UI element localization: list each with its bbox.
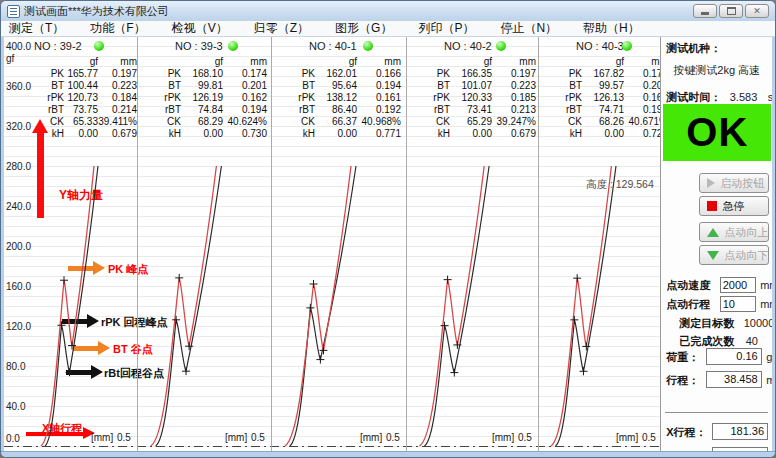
app-icon: [7, 5, 20, 18]
y-stroke-field[interactable]: [712, 447, 768, 451]
mm-value: 0.771: [376, 128, 401, 140]
row-label: kH: [52, 128, 64, 140]
row-label: kH: [570, 128, 582, 140]
gf-value: 0.00: [338, 128, 357, 140]
play-icon: [707, 178, 715, 188]
row-label: PK: [569, 68, 582, 80]
measurement-table: gfmmPK162.010.166BT95.640.194rPK138.120.…: [277, 56, 401, 140]
gf-value: 168.10: [192, 68, 223, 80]
row-label: CK: [301, 116, 315, 128]
chart-panel-NO40-2: NO : 40-2gfmmPK166.350.197BT101.070.223r…: [406, 37, 538, 451]
mm-value: 39.411%: [98, 116, 137, 128]
mm-value: 0.679: [112, 128, 137, 140]
start-button[interactable]: 启动按钮: [699, 173, 769, 193]
button-label: 点动向下: [724, 248, 768, 263]
gf-value: 165.77: [67, 68, 98, 80]
menu-item-0[interactable]: 测定（T）: [9, 20, 64, 37]
maximize-button[interactable]: [719, 4, 743, 18]
test-time-label: 测试时间：: [666, 91, 721, 103]
sidebar-divider: [665, 412, 768, 413]
stroke-row: 行程： 38.458 mm: [666, 370, 772, 388]
mm-value: 39.247%: [497, 116, 536, 128]
mm-value: 0.192: [643, 104, 660, 116]
col-header-mm: mm: [384, 56, 401, 68]
measurement-table: gfmmPK168.100.174BT99.810.201rPK126.190.…: [143, 56, 267, 140]
test-time-value: 3.583: [730, 91, 758, 103]
status-ok-dot: [496, 41, 506, 51]
gf-value: 68.26: [599, 116, 624, 128]
gf-value: 138.12: [326, 92, 357, 104]
load-field[interactable]: 0.16: [706, 348, 762, 365]
row-label: rBT: [566, 104, 582, 116]
x-axis-unit: [mm]: [492, 432, 514, 443]
mm-value: 40.671%: [629, 116, 661, 128]
x-axis-max-tick: 0.5: [117, 432, 131, 443]
x-axis-max-tick: 0.5: [386, 432, 400, 443]
minimize-button[interactable]: [693, 4, 717, 18]
gf-value: 99.57: [599, 80, 624, 92]
jog-speed-input[interactable]: 2000: [720, 277, 756, 293]
jog-stroke-input[interactable]: 10: [720, 296, 756, 312]
gf-value: 166.35: [461, 68, 492, 80]
result-text: OK: [686, 110, 748, 155]
menu-item-1[interactable]: 功能（F）: [90, 20, 145, 37]
menu-item-2[interactable]: 检视（V）: [172, 20, 228, 37]
x-axis-max-tick: 0.5: [251, 432, 265, 443]
window-title: 测试画面***华为技术有限公司: [24, 4, 169, 19]
row-label: BT: [569, 80, 582, 92]
button-label: 启动按钮: [720, 176, 764, 191]
gf-value: 73.75: [73, 104, 98, 116]
measurement-table: gfmmPK166.350.197BT101.070.223rPK120.330…: [412, 56, 536, 140]
row-label: kH: [438, 128, 450, 140]
window-bottom-frame: [1, 451, 775, 458]
status-ok-dot: [622, 41, 632, 51]
row-label: kH: [303, 128, 315, 140]
emergency-stop-button[interactable]: 急停: [699, 196, 769, 216]
measurement-table: gfmmPK165.770.197BT100.440.223rPK120.730…: [36, 56, 137, 140]
load-unit: gf: [766, 351, 772, 363]
jog-down-button[interactable]: 点动向下: [699, 245, 769, 265]
button-label: 点动向上: [724, 225, 768, 240]
row-label: PK: [302, 68, 315, 80]
gf-value: 99.81: [198, 80, 223, 92]
menu-item-4[interactable]: 图形（G）: [335, 20, 392, 37]
x-stroke-field[interactable]: 181.36: [712, 423, 768, 440]
x-axis-max-tick: 0.5: [518, 432, 532, 443]
close-button[interactable]: ✕: [745, 4, 769, 18]
y-stroke-label: Y行程：: [666, 450, 706, 451]
measurement-table: gfmmPK167.820.173BT99.570.201rPK126.130.…: [544, 56, 660, 140]
stroke-field[interactable]: 38.458: [706, 371, 762, 388]
row-label: BT: [437, 80, 450, 92]
row-label: rBT: [299, 104, 315, 116]
menu-item-7[interactable]: 帮助（H）: [583, 20, 640, 37]
row-label: CK: [436, 116, 450, 128]
mm-value: 0.730: [242, 128, 267, 140]
col-header-gf: gf: [215, 56, 223, 68]
gf-value: 68.29: [198, 116, 223, 128]
close-icon: ✕: [753, 7, 761, 16]
panel-number-label: NO : 40-2: [444, 40, 492, 52]
menu-item-3[interactable]: 归零（Z）: [254, 20, 309, 37]
app-window: 测试画面***华为技术有限公司 ✕ 测定（T）功能（F）检视（V）归零（Z）图形…: [0, 0, 776, 458]
menu-item-5[interactable]: 列印（P）: [418, 20, 474, 37]
button-label: 急停: [722, 199, 744, 214]
gf-value: 167.82: [593, 68, 624, 80]
row-label: BT: [51, 80, 64, 92]
jog-up-button[interactable]: 点动向上: [699, 222, 769, 242]
x-axis-unit: [mm]: [616, 432, 638, 443]
load-label: 荷重：: [666, 351, 699, 363]
col-header-mm: mm: [120, 56, 137, 68]
result-indicator: OK: [663, 104, 771, 161]
row-label: rPK: [164, 92, 181, 104]
mm-value: 0.194: [376, 80, 401, 92]
stop-icon: [707, 201, 717, 211]
target-count-row: 测定目标数 100000: [679, 313, 772, 331]
title-bar[interactable]: 测试画面***华为技术有限公司 ✕: [1, 1, 775, 21]
row-label: rBT: [434, 104, 450, 116]
mm-value: 0.197: [511, 68, 536, 80]
gf-value: 0.00: [204, 128, 223, 140]
mm-value: 0.214: [112, 104, 137, 116]
menu-bar: 测定（T）功能（F）检视（V）归零（Z）图形（G）列印（P）停止（N）帮助（H）: [1, 21, 775, 37]
row-label: PK: [168, 68, 181, 80]
menu-item-6[interactable]: 停止（N）: [500, 20, 557, 37]
